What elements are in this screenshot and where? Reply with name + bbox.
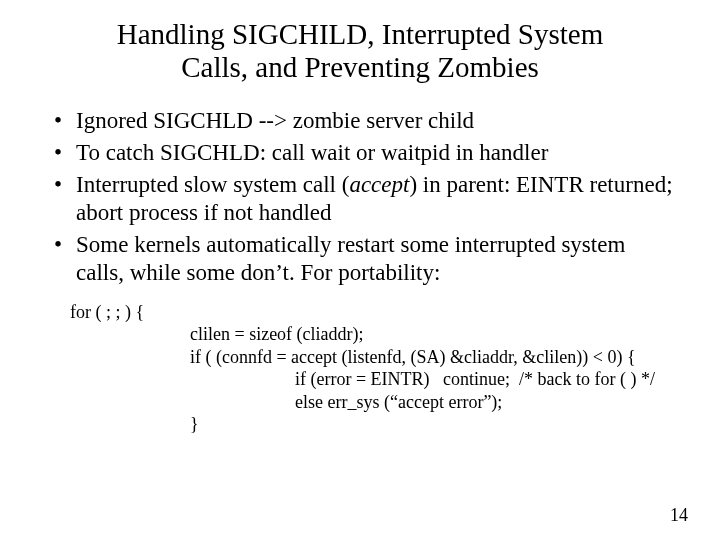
bullet-item: Interrupted slow system call (accept) in… (54, 171, 678, 227)
code-line: else err_sys (“accept error”); (70, 391, 678, 414)
bullet-text: To catch SIGCHLD: call wait or waitpid i… (76, 140, 548, 165)
code-line: } (70, 413, 678, 436)
code-line: for ( ; ; ) { (70, 301, 678, 324)
bullet-text-italic: accept (349, 172, 409, 197)
code-line: clilen = sizeof (cliaddr); (70, 323, 678, 346)
title-line-1: Handling SIGCHILD, Interrupted System (117, 18, 604, 50)
title-line-2: Calls, and Preventing Zombies (181, 51, 539, 83)
bullet-text: Ignored SIGCHLD --> zombie server child (76, 108, 474, 133)
code-line: if (error = EINTR) continue; /* back to … (70, 368, 678, 391)
slide: Handling SIGCHILD, Interrupted System Ca… (0, 0, 720, 540)
bullet-item: Some kernels automatically restart some … (54, 231, 678, 287)
page-number: 14 (670, 505, 688, 526)
bullet-list: Ignored SIGCHLD --> zombie server child … (54, 107, 678, 287)
code-block: for ( ; ; ) { clilen = sizeof (cliaddr);… (70, 301, 678, 436)
slide-title: Handling SIGCHILD, Interrupted System Ca… (42, 18, 678, 85)
bullet-text-part: Interrupted slow system call ( (76, 172, 349, 197)
bullet-text: Some kernels automatically restart some … (76, 232, 625, 285)
code-line: if ( (connfd = accept (listenfd, (SA) &c… (70, 346, 678, 369)
bullet-item: Ignored SIGCHLD --> zombie server child (54, 107, 678, 135)
bullet-item: To catch SIGCHLD: call wait or waitpid i… (54, 139, 678, 167)
